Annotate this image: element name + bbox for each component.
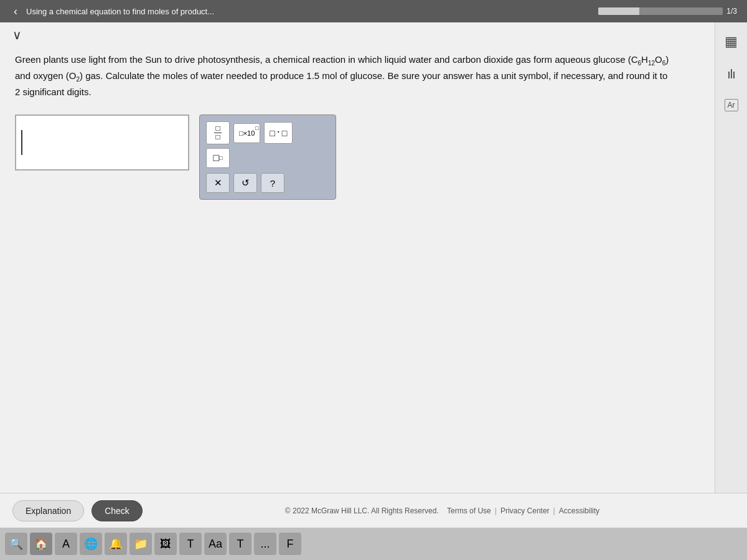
dot-multiply-button[interactable]: □·□ [264,122,293,144]
answer-area: □ □ □×10□ □·□ □□ [0,110,715,205]
math-keyboard-row-2: □□ [206,148,329,168]
taskbar-icon-dots[interactable]: ... [254,533,276,555]
taskbar-icon-search[interactable]: 🔍 [5,533,27,555]
answer-input-box[interactable] [15,114,189,170]
top-bar: ‹ Using a chemical equation to find mole… [0,0,747,22]
taskbar-icon-t2[interactable]: T [229,533,251,555]
main-content: ∨ Green plants use light from the Sun to… [0,22,747,493]
text-cursor [21,130,22,155]
taskbar-icon-a[interactable]: A [55,533,77,555]
right-sidebar: ▦ ılı Ar [715,22,747,493]
privacy-link[interactable]: Privacy Center [500,506,550,515]
separator2: | [553,506,555,515]
progress-fill [598,7,639,15]
taskbar-icon-text[interactable]: T [179,533,202,555]
table-icon: ▦ [725,34,738,50]
lesson-title: Using a chemical equation to find moles … [26,7,214,16]
undo-button[interactable]: ↺ [233,173,257,193]
question-part1: Green plants use light from the Sun to d… [15,54,669,97]
math-keyboard-row-1: □ □ □×10□ □·□ [206,121,329,144]
chart-icon: ılı [727,67,735,82]
taskbar-icon-aa[interactable]: Aa [204,533,227,555]
taskbar-icon-folder[interactable]: 📁 [129,533,152,555]
periodic-table-icon-button[interactable]: Ar [721,95,742,115]
math-keyboard: □ □ □×10□ □·□ □□ [199,114,336,200]
content-area: ∨ Green plants use light from the Sun to… [0,22,715,493]
taskbar-icon-home[interactable]: 🏠 [30,533,52,555]
chevron-down-button[interactable]: ∨ [12,27,22,42]
progress-text: 1/3 [726,7,737,16]
progress-container: 1/3 [598,7,737,16]
taskbar-icon-globe[interactable]: 🌐 [80,533,102,555]
taskbar-icon-image[interactable]: 🖼 [154,533,177,555]
chart-icon-button[interactable]: ılı [723,63,739,85]
taskbar-icon-bell[interactable]: 🔔 [105,533,127,555]
accessibility-link[interactable]: Accessibility [559,506,599,515]
footer-copyright: © 2022 McGraw Hill LLC. All Rights Reser… [150,506,735,515]
progress-bar [598,7,723,15]
separator1: | [495,506,497,515]
fraction-button[interactable]: □ □ [206,121,230,144]
chevron-row: ∨ [0,22,715,45]
question-text: Green plants use light from the Sun to d… [0,45,685,110]
help-button[interactable]: ? [261,173,284,193]
table-icon-button[interactable]: ▦ [721,30,741,54]
bottom-bar: Explanation Check © 2022 McGraw Hill LLC… [0,493,747,528]
clear-button[interactable]: ✕ [206,173,230,193]
copyright-text: © 2022 McGraw Hill LLC. All Rights Reser… [285,506,439,515]
taskbar-icon-f[interactable]: F [279,533,301,555]
footer-links: Terms of Use | Privacy Center | Accessib… [447,506,599,515]
terms-link[interactable]: Terms of Use [447,506,491,515]
nav-back-button[interactable]: ‹ [10,5,21,18]
explanation-button[interactable]: Explanation [12,500,84,521]
scientific-notation-button[interactable]: □×10□ [233,123,260,143]
math-keyboard-action-row: ✕ ↺ ? [206,173,329,193]
power-button[interactable]: □□ [206,148,230,168]
periodic-table-icon: Ar [725,99,738,111]
taskbar: 🔍 🏠 A 🌐 🔔 📁 🖼 T Aa T ... F [0,528,747,560]
check-button[interactable]: Check [92,500,143,521]
